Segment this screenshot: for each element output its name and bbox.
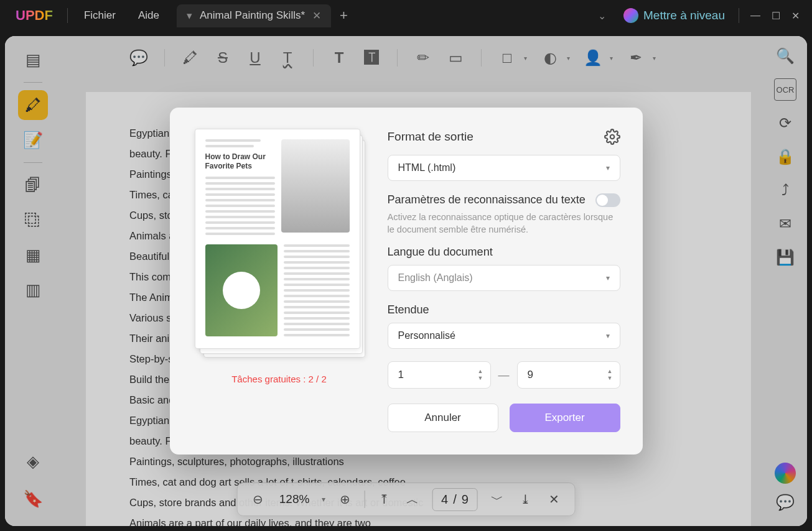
chevron-down-icon: ▾ bbox=[606, 274, 610, 282]
tab-title: Animal Painting Skills* bbox=[200, 9, 305, 22]
preview-page-front: How to Draw Our Favorite Pets bbox=[195, 129, 360, 349]
free-tasks-label: Tâches gratuites : 2 / 2 bbox=[231, 374, 327, 384]
range-to-input[interactable]: 9 ▲▼ bbox=[517, 361, 620, 389]
language-select[interactable]: English (Anglais) ▾ bbox=[388, 265, 620, 291]
cancel-button[interactable]: Annuler bbox=[388, 404, 498, 432]
app-logo: UPDF bbox=[6, 7, 62, 24]
step-down-icon[interactable]: ▼ bbox=[607, 375, 614, 382]
minimize-icon[interactable]: — bbox=[750, 10, 760, 22]
range-from-input[interactable]: 1 ▲▼ bbox=[388, 361, 491, 389]
title-bar: UPDF Fichier Aide ▾ Animal Painting Skil… bbox=[0, 0, 812, 31]
preview-title: How to Draw Our Favorite Pets bbox=[205, 152, 275, 172]
chevron-down-icon: ▾ bbox=[606, 331, 610, 340]
upgrade-icon bbox=[623, 8, 638, 23]
preview-dog-image bbox=[281, 139, 350, 233]
dropdown-icon[interactable]: ⌄ bbox=[589, 10, 615, 22]
ocr-label: Paramètres de reconnaissance du texte bbox=[388, 193, 586, 206]
close-window-icon[interactable]: ✕ bbox=[791, 10, 800, 22]
step-down-icon[interactable]: ▼ bbox=[477, 375, 484, 382]
range-value: Personnalisé bbox=[398, 330, 456, 341]
maximize-icon[interactable]: ☐ bbox=[772, 10, 780, 22]
export-button[interactable]: Exporter bbox=[510, 404, 620, 432]
format-value: HTML (.html) bbox=[398, 162, 456, 173]
ocr-toggle[interactable] bbox=[595, 193, 620, 207]
add-tab-button[interactable]: + bbox=[331, 7, 357, 24]
export-form: Format de sortie HTML (.html) ▾ Paramètr… bbox=[388, 129, 620, 433]
close-icon[interactable]: ✕ bbox=[312, 9, 321, 22]
range-dash: — bbox=[498, 369, 510, 382]
divider bbox=[739, 8, 739, 23]
language-label: Langue du document bbox=[388, 246, 620, 259]
upgrade-button[interactable]: Mettre à niveau bbox=[615, 8, 734, 23]
gear-icon[interactable] bbox=[604, 129, 620, 145]
step-up-icon[interactable]: ▲ bbox=[607, 368, 614, 375]
divider bbox=[67, 8, 68, 23]
range-from-value: 1 bbox=[398, 369, 477, 381]
chevron-down-icon: ▾ bbox=[606, 164, 610, 172]
step-up-icon[interactable]: ▲ bbox=[477, 368, 484, 375]
preview-stack: How to Draw Our Favorite Pets bbox=[195, 129, 364, 362]
language-value: English (Anglais) bbox=[398, 272, 473, 284]
upgrade-label: Mettre à niveau bbox=[643, 9, 725, 22]
format-select[interactable]: HTML (.html) ▾ bbox=[388, 155, 620, 181]
svg-point-0 bbox=[610, 134, 614, 139]
menu-help[interactable]: Aide bbox=[127, 9, 170, 22]
range-select[interactable]: Personnalisé ▾ bbox=[388, 323, 620, 349]
format-label: Format de sortie bbox=[388, 130, 474, 144]
range-to-value: 9 bbox=[528, 369, 607, 381]
menu-file[interactable]: Fichier bbox=[73, 9, 127, 22]
preview-column: How to Draw Our Favorite Pets bbox=[192, 129, 366, 433]
preview-plate-image bbox=[205, 244, 278, 336]
range-label: Etendue bbox=[388, 303, 620, 316]
modal-overlay: How to Draw Our Favorite Pets bbox=[5, 36, 807, 526]
main-area: 💬 🖍 S U T T 🆃 ✏ ▭ □▾ ◐▾ 👤▾ ✒▾ ▤ 🖍 📝 🗐 ⿻ … bbox=[5, 36, 807, 526]
document-tab[interactable]: ▾ Animal Painting Skills* ✕ bbox=[177, 4, 331, 27]
tab-dropdown-icon[interactable]: ▾ bbox=[187, 9, 192, 22]
ocr-hint: Activez la reconnaissance optique de car… bbox=[388, 211, 620, 236]
export-dialog: How to Draw Our Favorite Pets bbox=[170, 108, 643, 455]
window-controls: — ☐ ✕ bbox=[744, 10, 806, 22]
